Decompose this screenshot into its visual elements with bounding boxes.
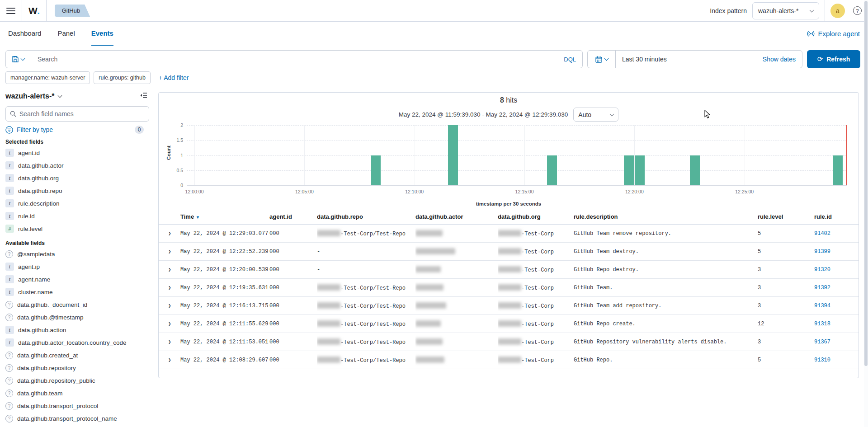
histogram-bar[interactable] [371,155,381,186]
breadcrumb[interactable]: GitHub [55,5,90,17]
tab-panel[interactable]: Panel [57,22,75,46]
field-item[interactable]: tagent.ip [5,260,149,273]
string-field-icon: t [5,263,14,271]
field-item[interactable]: #rule.level [5,222,149,235]
field-item[interactable]: tdata.github.org [5,172,149,184]
cell-rule-level: 3 [758,297,814,315]
rule-id-link[interactable]: 91367 [814,339,830,345]
dql-toggle[interactable]: DQL [557,56,582,63]
search-box: DQL [5,50,583,68]
histogram-bar[interactable] [547,155,557,186]
refresh-button[interactable]: ⟳ Refresh [807,50,860,68]
field-item[interactable]: tdata.github.repo [5,184,149,197]
tab-events[interactable]: Events [91,22,113,46]
grid-line [524,125,525,185]
show-dates-link[interactable]: Show dates [763,56,802,63]
menu-icon[interactable] [6,8,15,14]
collapse-sidebar-icon[interactable] [140,92,147,100]
field-name: rule.id [18,213,35,220]
field-item[interactable]: ?data.github.created_at [5,349,149,361]
field-item[interactable]: ?@sampledata [5,248,149,260]
field-item[interactable]: ?data.github.repository_public [5,374,149,387]
expand-row-icon[interactable]: ❯ [159,285,180,291]
field-item[interactable]: tdata.github.action [5,324,149,336]
sort-desc-icon[interactable]: ▼ [196,215,200,220]
cell-org: -Test-Corp [498,315,574,333]
field-item[interactable]: ?data.github.@timestamp [5,311,149,324]
expand-row-icon[interactable]: ❯ [159,249,180,254]
histogram-bar[interactable] [448,125,458,185]
add-filter-link[interactable]: + Add filter [159,74,189,81]
field-search-input[interactable] [19,110,145,117]
sidebar-index-pattern[interactable]: wazuh-alerts-* [5,92,61,100]
cell-rule-id: 91320 [814,261,859,279]
rule-id-link[interactable]: 91394 [814,303,830,309]
interval-select[interactable]: Auto [573,108,618,122]
histogram-bar[interactable] [833,155,843,186]
field-item[interactable]: ?data.github.team [5,387,149,399]
time-range-value[interactable]: Last 30 minutes [616,56,667,63]
filter-pill[interactable]: rule.groups: github [94,71,151,84]
expand-row-icon[interactable]: ❯ [159,303,180,309]
field-item[interactable]: tagent.name [5,273,149,286]
chart-plot-area[interactable]: 00.511.5212:00:0012:05:0012:10:0012:15:0… [187,125,847,185]
expand-row-icon[interactable]: ❯ [159,267,180,272]
redacted-value [498,357,521,363]
field-item[interactable]: ?data.github.transport_protocol [5,399,149,412]
calendar-button[interactable] [588,51,616,68]
column-header-time[interactable]: Time▼ [180,209,269,225]
field-item[interactable]: tdata.github.actor [5,159,149,172]
index-pattern-select[interactable]: wazuh-alerts-* [752,2,819,19]
expand-row-icon[interactable]: ❯ [159,230,180,236]
explore-agent-link[interactable]: Explore agent [807,22,860,46]
field-item[interactable]: tcluster.name [5,286,149,298]
help-icon[interactable]: ? [853,6,862,15]
histogram-bar[interactable] [690,155,699,186]
cell-actor [415,351,498,369]
redacted-value [317,320,340,327]
column-header-data-github-repo[interactable]: data.github.repo [317,209,415,225]
expand-row-icon[interactable]: ❯ [159,321,180,327]
expand-row-icon[interactable]: ❯ [159,357,180,363]
column-header-agent-id[interactable]: agent.id [269,209,317,225]
tab-dashboard[interactable]: Dashboard [8,22,41,46]
filter-pill[interactable]: manager.name: wazuh-server [5,71,90,84]
string-field-icon: t [5,161,14,169]
save-icon [12,56,19,62]
rule-id-link[interactable]: 91318 [814,321,830,327]
column-header-rule-id[interactable]: rule.id [814,209,859,225]
field-item[interactable]: trule.description [5,197,149,210]
rule-id-link[interactable]: 91402 [814,230,830,237]
events-table: Time▼agent.iddata.github.repodata.github… [159,209,859,369]
column-header-rule-level[interactable]: rule.level [758,209,814,225]
wazuh-logo[interactable]: W. [28,5,40,16]
field-item[interactable]: tdata.github.actor_location.country_code [5,336,149,349]
field-name: data.github._document_id [17,301,87,308]
selected-fields-heading: Selected fields [5,139,149,145]
field-item[interactable]: ?data.github.repository [5,361,149,374]
field-item[interactable]: tagent.id [5,146,149,159]
column-header-data-github-org[interactable]: data.github.org [498,209,574,225]
histogram-bar[interactable] [635,155,645,186]
rule-id-link[interactable]: 91392 [814,285,830,291]
search-input[interactable] [31,56,557,63]
redacted-value [498,248,521,254]
top-header: W. GitHub Index pattern wazuh-alerts-* a… [0,0,868,22]
filter-by-type-link[interactable]: Filter by type [17,126,53,133]
rule-id-link[interactable]: 91399 [814,249,830,255]
histogram-bar[interactable] [624,155,633,186]
page-scrollbar[interactable] [864,0,868,427]
field-item[interactable]: ?data.github._document_id [5,298,149,311]
field-item[interactable]: ?data.github.transport_protocol_name [5,412,149,425]
field-item[interactable]: trule.id [5,210,149,222]
avatar[interactable]: a [830,4,845,18]
rule-id-link[interactable]: 91320 [814,267,830,273]
saved-queries-button[interactable] [6,51,31,68]
rule-id-link[interactable]: 91310 [814,357,830,363]
column-header-rule-description[interactable]: rule.description [574,209,758,225]
column-header-data-github-actor[interactable]: data.github.actor [415,209,498,225]
grid-line [187,185,847,186]
expand-row-icon[interactable]: ❯ [159,339,180,345]
calendar-icon [595,56,602,63]
string-field-icon: t [5,149,14,157]
